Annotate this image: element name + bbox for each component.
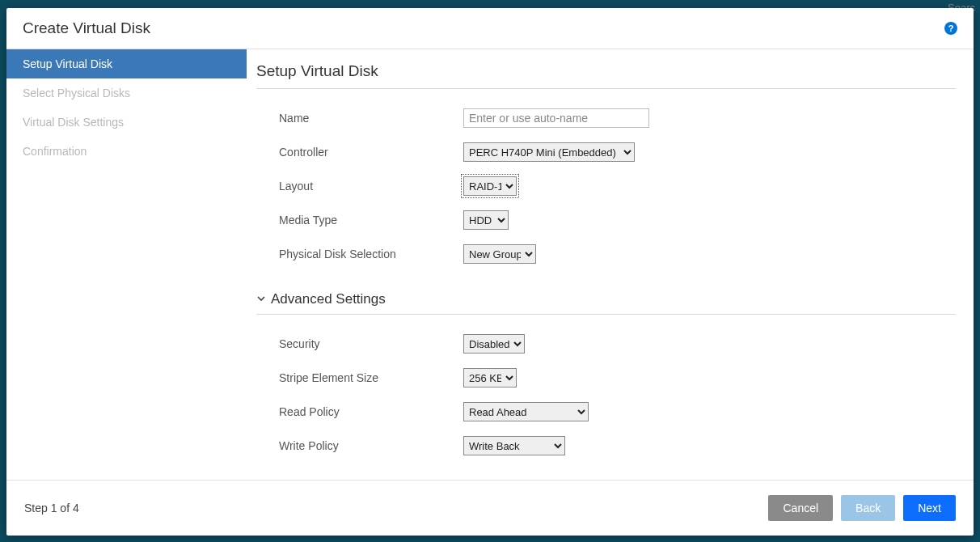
advanced-settings-title: Advanced Settings bbox=[271, 291, 386, 307]
wizard-sidebar: Setup Virtual Disk Select Physical Disks… bbox=[6, 49, 247, 480]
label-layout: Layout bbox=[279, 180, 463, 193]
row-media-type: Media Type HDD bbox=[256, 210, 956, 230]
label-read-policy: Read Policy bbox=[279, 405, 463, 418]
label-security: Security bbox=[279, 337, 463, 350]
stripe-element-size-select[interactable]: 256 KB bbox=[463, 368, 517, 387]
row-stripe-element-size: Stripe Element Size 256 KB bbox=[256, 368, 956, 387]
row-security: Security Disabled bbox=[256, 334, 956, 354]
label-stripe-element-size: Stripe Element Size bbox=[279, 371, 463, 384]
modal-footer: Step 1 of 4 Cancel Back Next bbox=[6, 480, 974, 536]
section-title: Setup Virtual Disk bbox=[256, 62, 956, 89]
label-write-policy: Write Policy bbox=[279, 439, 463, 452]
footer-button-group: Cancel Back Next bbox=[768, 495, 956, 521]
name-input[interactable] bbox=[463, 108, 649, 128]
help-icon[interactable]: ? bbox=[944, 22, 957, 35]
create-virtual-disk-modal: Create Virtual Disk ? Setup Virtual Disk… bbox=[6, 8, 974, 536]
cancel-button[interactable]: Cancel bbox=[768, 495, 833, 521]
next-button[interactable]: Next bbox=[903, 495, 956, 521]
layout-select[interactable]: RAID-1 bbox=[463, 176, 517, 196]
controller-select[interactable]: PERC H740P Mini (Embedded) bbox=[463, 142, 635, 162]
label-physical-disk-selection: Physical Disk Selection bbox=[279, 248, 463, 260]
row-controller: Controller PERC H740P Mini (Embedded) bbox=[256, 142, 956, 162]
physical-disk-selection-select[interactable]: New Group bbox=[463, 244, 536, 264]
write-policy-select[interactable]: Write Back bbox=[463, 436, 565, 455]
sidebar-item-select-physical-disks[interactable]: Select Physical Disks bbox=[6, 78, 247, 108]
security-select[interactable]: Disabled bbox=[463, 334, 525, 354]
media-type-select[interactable]: HDD bbox=[463, 210, 509, 230]
row-name: Name bbox=[256, 108, 956, 128]
modal-body: Setup Virtual Disk Select Physical Disks… bbox=[6, 49, 974, 480]
advanced-settings-toggle[interactable]: Advanced Settings bbox=[256, 291, 956, 315]
read-policy-select[interactable]: Read Ahead bbox=[463, 402, 589, 421]
row-layout: Layout RAID-1 bbox=[256, 176, 956, 196]
step-indicator: Step 1 of 4 bbox=[24, 502, 79, 514]
back-button[interactable]: Back bbox=[841, 495, 895, 521]
sidebar-item-confirmation[interactable]: Confirmation bbox=[6, 137, 247, 166]
modal-header: Create Virtual Disk ? bbox=[6, 8, 974, 49]
content-scroll-area[interactable]: Setup Virtual Disk Name Controller PERC … bbox=[247, 49, 974, 480]
sidebar-item-virtual-disk-settings[interactable]: Virtual Disk Settings bbox=[6, 108, 247, 137]
sidebar-item-setup-virtual-disk[interactable]: Setup Virtual Disk bbox=[6, 49, 247, 78]
label-controller: Controller bbox=[279, 146, 463, 159]
modal-title: Create Virtual Disk bbox=[23, 19, 150, 37]
chevron-down-icon bbox=[256, 291, 266, 307]
row-read-policy: Read Policy Read Ahead bbox=[256, 402, 956, 421]
label-media-type: Media Type bbox=[279, 214, 463, 227]
row-write-policy: Write Policy Write Back bbox=[256, 436, 956, 455]
label-name: Name bbox=[279, 112, 463, 125]
row-physical-disk-selection: Physical Disk Selection New Group bbox=[256, 244, 956, 264]
